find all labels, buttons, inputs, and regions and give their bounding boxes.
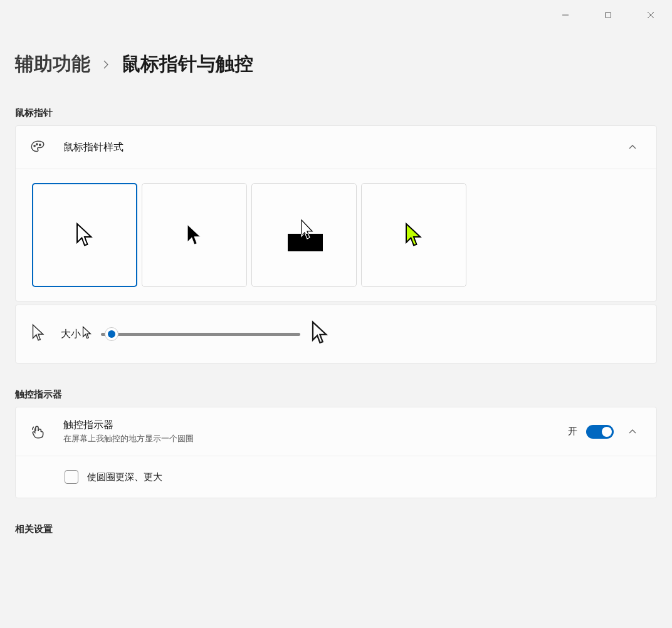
- slider-track: [101, 333, 300, 336]
- window-controls: [544, 0, 672, 30]
- minimize-button[interactable]: [544, 0, 587, 30]
- touch-option-label: 使圆圈更深、更大: [87, 471, 162, 483]
- svg-rect-1: [606, 13, 611, 18]
- touch-indicator-title: 触控指示器: [63, 419, 568, 432]
- breadcrumb-parent[interactable]: 辅助功能: [15, 51, 90, 77]
- palette-icon: [29, 139, 46, 155]
- pointer-style-card: 鼠标指针样式: [15, 125, 657, 301]
- pointer-style-inverted[interactable]: [251, 183, 357, 287]
- cursor-small-icon: [81, 326, 92, 342]
- svg-point-4: [34, 145, 35, 147]
- pointer-style-custom[interactable]: [361, 183, 466, 287]
- section-title-touch: 触控指示器: [15, 389, 657, 400]
- chevron-up-icon[interactable]: [622, 137, 643, 157]
- pointer-size-slider[interactable]: [101, 328, 300, 340]
- svg-rect-7: [288, 234, 323, 251]
- cursor-outline-icon: [29, 323, 46, 345]
- pointer-size-slider-wrap: [81, 320, 329, 348]
- cursor-large-icon: [309, 320, 329, 348]
- touch-icon: [29, 424, 46, 440]
- touch-option-checkbox[interactable]: [65, 470, 78, 484]
- toggle-state-text: 开: [568, 426, 577, 437]
- page-title: 鼠标指针与触控: [122, 51, 253, 77]
- pointer-size-label: 大小: [61, 328, 81, 341]
- pointer-style-black[interactable]: [142, 183, 247, 287]
- maximize-button[interactable]: [587, 0, 629, 30]
- pointer-style-header[interactable]: 鼠标指针样式: [16, 126, 656, 169]
- svg-point-5: [36, 144, 38, 145]
- pointer-style-title: 鼠标指针样式: [63, 141, 622, 154]
- chevron-up-icon[interactable]: [622, 422, 643, 442]
- touch-indicator-header[interactable]: 触控指示器 在屏幕上我触控的地方显示一个圆圈 开: [16, 407, 656, 456]
- pointer-size-row: 大小: [16, 305, 656, 363]
- pointer-style-grid: [16, 169, 656, 301]
- slider-thumb[interactable]: [105, 327, 118, 341]
- close-button[interactable]: [629, 0, 672, 30]
- touch-option-row[interactable]: 使圆圈更深、更大: [16, 456, 656, 498]
- toggle-knob: [602, 427, 612, 437]
- svg-point-6: [39, 144, 41, 145]
- touch-indicator-toggle[interactable]: [586, 425, 614, 439]
- section-title-pointer: 鼠标指针: [15, 107, 657, 119]
- pointer-size-card: 大小: [15, 305, 657, 364]
- touch-indicator-card: 触控指示器 在屏幕上我触控的地方显示一个圆圈 开 使圆圈更深、更大: [15, 407, 657, 498]
- main-content: 辅助功能 鼠标指针与触控 鼠标指针 鼠标指针样式: [0, 0, 672, 535]
- pointer-style-white[interactable]: [32, 183, 137, 287]
- touch-indicator-subtitle: 在屏幕上我触控的地方显示一个圆圈: [63, 433, 568, 444]
- chevron-right-icon: [102, 56, 110, 73]
- section-title-related: 相关设置: [15, 523, 657, 535]
